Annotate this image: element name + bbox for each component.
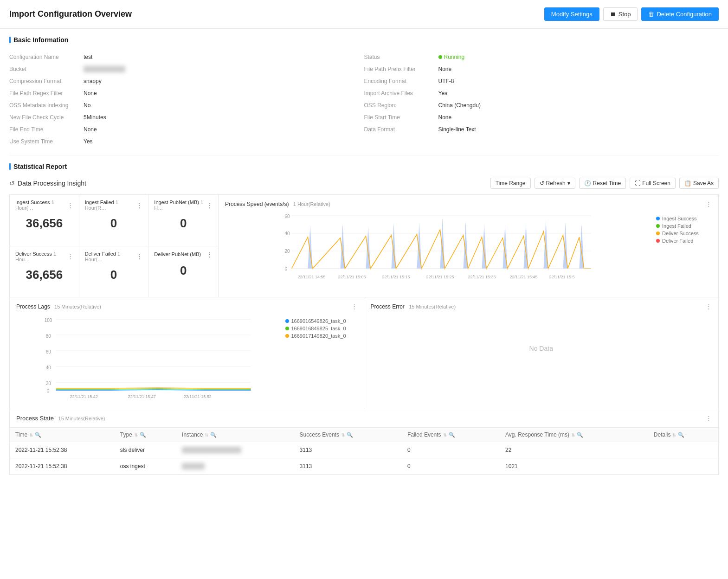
- svg-text:40: 40: [285, 231, 290, 236]
- chevron-down-icon: ▾: [567, 180, 570, 187]
- metric-menu-icon[interactable]: ⋮: [206, 202, 213, 209]
- filter-icon-avg[interactable]: 🔍: [577, 432, 583, 438]
- info-label: Encoding Format: [364, 78, 438, 84]
- save-as-button[interactable]: 📋 Save As: [679, 178, 719, 189]
- lags-legend-dot-3: [285, 334, 289, 338]
- process-error-menu-icon[interactable]: ⋮: [706, 303, 712, 310]
- process-state-table: Time ⇅ 🔍 Type ⇅ 🔍: [10, 428, 718, 475]
- svg-text:22/11/21 15:5: 22/11/21 15:5: [549, 275, 575, 279]
- modify-settings-button[interactable]: Modify Settings: [544, 7, 599, 21]
- process-lags-subtitle: 15 Minutes(Relative): [54, 304, 101, 309]
- info-value: Yes: [84, 138, 93, 145]
- fullscreen-icon: ⛶: [635, 180, 640, 187]
- metric-card-ingest-failed: Ingest Failed 1 Hour(R… ⋮ 0: [79, 195, 149, 246]
- process-lags-svg: 100 80 60 40 20 0: [16, 314, 282, 402]
- info-row: Data Format Single-line Text: [364, 123, 719, 135]
- stop-button[interactable]: ⏹ Stop: [603, 7, 638, 21]
- legend-dot-ingest-success: [656, 217, 660, 220]
- metric-menu-icon[interactable]: ⋮: [206, 251, 213, 258]
- cell-type: oss ingest: [115, 458, 176, 475]
- process-error-subtitle: 15 Minutes(Relative): [409, 304, 456, 309]
- basic-info-title: Basic Information: [9, 36, 719, 44]
- process-speed-legend: Ingest Success Ingest Failed Deliver Suc…: [656, 211, 712, 291]
- metric-menu-icon[interactable]: ⋮: [136, 253, 142, 260]
- process-speed-menu-icon[interactable]: ⋮: [706, 200, 712, 207]
- col-header-time: Time ⇅ 🔍: [10, 428, 115, 442]
- time-range-button[interactable]: Time Range: [490, 178, 531, 189]
- legend-dot-ingest-failed: [656, 224, 660, 228]
- info-value: UTF-8: [438, 78, 454, 84]
- filter-icon-failed[interactable]: 🔍: [449, 432, 455, 438]
- lags-legend-dot-2: [285, 327, 289, 330]
- refresh-button[interactable]: ↺ Refresh ▾: [535, 178, 575, 189]
- info-label: File Start Time: [364, 114, 438, 121]
- refresh-circle-icon: ↺: [9, 180, 15, 187]
- process-lags-title: Process Lags 15 Minutes(Relative): [16, 303, 101, 310]
- info-label: OSS Region:: [364, 102, 438, 109]
- lags-legend-item-2: 1669016849825_task_0: [285, 326, 357, 331]
- metric-menu-icon[interactable]: ⋮: [136, 202, 142, 209]
- filter-icon-success[interactable]: 🔍: [347, 432, 353, 438]
- info-row: File End Time None: [9, 123, 364, 135]
- sort-icon-type[interactable]: ⇅: [134, 432, 138, 437]
- svg-text:0: 0: [285, 266, 288, 271]
- sort-icon-avg[interactable]: ⇅: [571, 432, 575, 437]
- legend-item-deliver-success: Deliver Success: [656, 231, 712, 236]
- delete-icon: 🗑: [648, 11, 654, 18]
- col-header-avg-response: Avg. Response Time (ms) ⇅ 🔍: [500, 428, 648, 442]
- sort-icon-time[interactable]: ⇅: [29, 432, 33, 437]
- col-header-instance: Instance ⇅ 🔍: [176, 428, 294, 442]
- metric-menu-icon[interactable]: ⋮: [67, 202, 73, 209]
- svg-text:22/11/21 14:55: 22/11/21 14:55: [298, 275, 326, 279]
- info-value-bucket: sl████████un: [84, 66, 125, 72]
- process-lags-menu-icon[interactable]: ⋮: [351, 303, 357, 310]
- process-state-title: Process State 15 Minutes(Relative): [16, 415, 105, 422]
- lags-legend-item-1: 1669016549826_task_0: [285, 318, 357, 324]
- status-dot-icon: [438, 55, 442, 59]
- sort-icon-instance[interactable]: ⇅: [205, 432, 208, 437]
- info-value: No: [84, 102, 90, 109]
- metric-menu-icon[interactable]: ⋮: [67, 253, 73, 260]
- process-error-panel: Process Error 15 Minutes(Relative) ⋮ No …: [364, 297, 719, 409]
- info-row: File Start Time None: [364, 111, 719, 123]
- filter-icon-details[interactable]: 🔍: [678, 432, 684, 438]
- info-col-right: Status Running File Path Prefix Filter N…: [364, 51, 719, 148]
- svg-text:0: 0: [47, 388, 50, 393]
- sort-icon-success[interactable]: ⇅: [341, 432, 345, 437]
- svg-text:40: 40: [46, 365, 52, 370]
- filter-icon-instance[interactable]: 🔍: [210, 432, 217, 438]
- metric-cards-grid: Ingest Success 1 Hour(… ⋮ 36,656 Ingest …: [10, 195, 219, 297]
- svg-text:60: 60: [285, 214, 290, 219]
- metric-card-ingest-pubnet: Ingest PubNet (MB) 1 H… ⋮ 0: [148, 195, 218, 246]
- metric-name: Ingest PubNet (MB) 1 H…: [154, 199, 206, 211]
- reset-time-button[interactable]: 🕐 Reset Time: [579, 178, 626, 189]
- info-value: None: [84, 90, 97, 96]
- info-row: File Path Prefix Filter None: [364, 63, 719, 75]
- process-speed-chart-svg: 60 40 20 0: [225, 211, 651, 290]
- sort-icon-failed[interactable]: ⇅: [443, 432, 447, 437]
- info-label: Use System Time: [9, 138, 84, 145]
- header-buttons: Modify Settings ⏹ Stop 🗑 Delete Configur…: [544, 7, 719, 21]
- full-screen-button[interactable]: ⛶ Full Screen: [630, 178, 676, 189]
- process-lags-panel: Process Lags 15 Minutes(Relative) ⋮ 100 …: [10, 297, 364, 409]
- filter-icon-type[interactable]: 🔍: [140, 432, 146, 438]
- no-data-message: No Data: [371, 314, 712, 383]
- cell-details: [648, 442, 718, 458]
- info-label: OSS Metadata Indexing: [9, 102, 84, 109]
- stop-icon: ⏹: [610, 11, 616, 18]
- cell-failed: 0: [402, 442, 500, 458]
- filter-icon-time[interactable]: 🔍: [35, 432, 41, 438]
- metric-name: Deliver Failed 1 Hour(…: [85, 251, 137, 262]
- process-state-menu-icon[interactable]: ⋮: [706, 415, 712, 422]
- cell-failed: 0: [402, 458, 500, 475]
- chart-toolbar-right: Time Range ↺ Refresh ▾ 🕐 Reset Time ⛶ Fu…: [490, 178, 719, 189]
- info-label: Import Archive Files: [364, 90, 438, 96]
- cell-avg-response: 22: [500, 442, 648, 458]
- sort-icon-details[interactable]: ⇅: [672, 432, 676, 437]
- svg-text:60: 60: [46, 349, 52, 354]
- svg-text:22/11/21 15:47: 22/11/21 15:47: [128, 394, 156, 399]
- delete-config-button[interactable]: 🗑 Delete Configuration: [641, 7, 719, 21]
- info-row: Encoding Format UTF-8: [364, 75, 719, 87]
- info-value: test: [84, 54, 92, 60]
- page-header: Import Configuration Overview Modify Set…: [0, 0, 728, 29]
